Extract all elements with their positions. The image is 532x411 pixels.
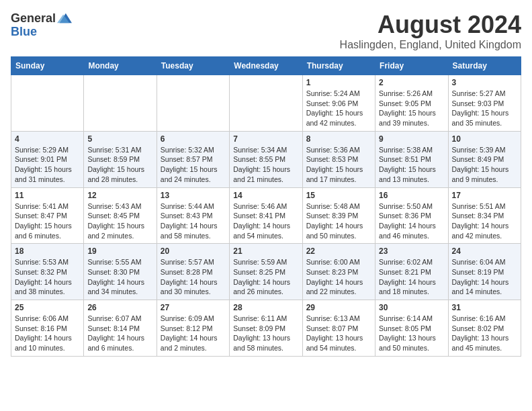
calendar-cell: 27Sunrise: 6:09 AMSunset: 8:12 PMDayligh… xyxy=(157,300,229,357)
day-number: 16 xyxy=(379,191,444,200)
weekday-header-wednesday: Wednesday xyxy=(230,57,302,75)
title-section: August 2024 Haslingden, England, United … xyxy=(340,11,521,51)
day-info: Sunrise: 6:13 AMSunset: 8:07 PMDaylight:… xyxy=(306,314,371,353)
calendar-cell: 9Sunrise: 5:38 AMSunset: 8:51 PMDaylight… xyxy=(375,131,448,187)
weekday-header-thursday: Thursday xyxy=(302,57,375,75)
week-row-2: 4Sunrise: 5:29 AMSunset: 9:01 PMDaylight… xyxy=(11,131,521,187)
calendar-cell: 15Sunrise: 5:48 AMSunset: 8:39 PMDayligh… xyxy=(302,187,375,244)
day-number: 29 xyxy=(306,303,371,312)
calendar-cell: 10Sunrise: 5:39 AMSunset: 8:49 PMDayligh… xyxy=(448,131,521,187)
calendar-cell: 24Sunrise: 6:04 AMSunset: 8:19 PMDayligh… xyxy=(448,244,521,300)
day-info: Sunrise: 6:09 AMSunset: 8:12 PMDaylight:… xyxy=(161,314,226,353)
calendar-cell: 3Sunrise: 5:27 AMSunset: 9:03 PMDaylight… xyxy=(448,75,521,132)
day-number: 28 xyxy=(233,303,298,312)
day-info: Sunrise: 5:31 AMSunset: 8:59 PMDaylight:… xyxy=(87,145,152,185)
day-info: Sunrise: 5:44 AMSunset: 8:43 PMDaylight:… xyxy=(161,201,226,241)
calendar-cell: 6Sunrise: 5:32 AMSunset: 8:57 PMDaylight… xyxy=(157,131,229,187)
day-number: 7 xyxy=(233,134,298,144)
weekday-header-tuesday: Tuesday xyxy=(157,57,229,75)
calendar-cell: 20Sunrise: 5:57 AMSunset: 8:28 PMDayligh… xyxy=(157,244,229,300)
week-row-5: 25Sunrise: 6:06 AMSunset: 8:16 PMDayligh… xyxy=(11,300,521,357)
day-number: 1 xyxy=(306,78,371,87)
logo-general: General xyxy=(11,12,56,24)
day-info: Sunrise: 6:04 AMSunset: 8:19 PMDaylight:… xyxy=(452,257,517,297)
day-info: Sunrise: 5:55 AMSunset: 8:30 PMDaylight:… xyxy=(87,257,152,297)
weekday-header-sunday: Sunday xyxy=(11,57,84,75)
calendar-cell xyxy=(230,75,302,132)
calendar-cell: 8Sunrise: 5:36 AMSunset: 8:53 PMDaylight… xyxy=(302,131,375,187)
calendar-cell: 21Sunrise: 5:59 AMSunset: 8:25 PMDayligh… xyxy=(230,244,302,300)
month-year: August 2024 xyxy=(340,11,521,39)
day-number: 25 xyxy=(15,303,80,312)
day-number: 31 xyxy=(452,303,517,312)
logo: General Blue xyxy=(11,11,72,38)
day-info: Sunrise: 5:29 AMSunset: 9:01 PMDaylight:… xyxy=(15,145,80,185)
day-info: Sunrise: 6:06 AMSunset: 8:16 PMDaylight:… xyxy=(15,314,80,353)
day-number: 13 xyxy=(161,191,226,200)
calendar-cell: 28Sunrise: 6:11 AMSunset: 8:09 PMDayligh… xyxy=(230,300,302,357)
location: Haslingden, England, United Kingdom xyxy=(340,39,521,51)
day-number: 18 xyxy=(15,246,80,256)
calendar-cell: 18Sunrise: 5:53 AMSunset: 8:32 PMDayligh… xyxy=(11,244,84,300)
day-info: Sunrise: 5:26 AMSunset: 9:05 PMDaylight:… xyxy=(379,89,444,128)
calendar-cell xyxy=(84,75,157,132)
calendar-cell: 19Sunrise: 5:55 AMSunset: 8:30 PMDayligh… xyxy=(84,244,157,300)
weekday-row: SundayMondayTuesdayWednesdayThursdayFrid… xyxy=(11,57,521,75)
calendar-cell: 29Sunrise: 6:13 AMSunset: 8:07 PMDayligh… xyxy=(302,300,375,357)
day-number: 4 xyxy=(15,134,80,144)
day-number: 27 xyxy=(161,303,226,312)
calendar-cell: 7Sunrise: 5:34 AMSunset: 8:55 PMDaylight… xyxy=(230,131,302,187)
day-info: Sunrise: 5:39 AMSunset: 8:49 PMDaylight:… xyxy=(452,145,517,185)
day-number: 24 xyxy=(452,246,517,256)
day-info: Sunrise: 5:24 AMSunset: 9:06 PMDaylight:… xyxy=(306,89,371,128)
day-number: 19 xyxy=(87,246,152,256)
day-info: Sunrise: 5:34 AMSunset: 8:55 PMDaylight:… xyxy=(233,145,298,185)
calendar-cell: 26Sunrise: 6:07 AMSunset: 8:14 PMDayligh… xyxy=(84,300,157,357)
day-number: 23 xyxy=(379,246,444,256)
day-number: 26 xyxy=(87,303,152,312)
day-info: Sunrise: 5:36 AMSunset: 8:53 PMDaylight:… xyxy=(306,145,371,185)
day-info: Sunrise: 5:32 AMSunset: 8:57 PMDaylight:… xyxy=(161,145,226,185)
day-number: 21 xyxy=(233,246,298,256)
day-number: 17 xyxy=(452,191,517,200)
calendar-cell: 4Sunrise: 5:29 AMSunset: 9:01 PMDaylight… xyxy=(11,131,84,187)
weekday-header-monday: Monday xyxy=(84,57,157,75)
calendar-cell: 17Sunrise: 5:51 AMSunset: 8:34 PMDayligh… xyxy=(448,187,521,244)
day-info: Sunrise: 5:50 AMSunset: 8:36 PMDaylight:… xyxy=(379,201,444,241)
header: General Blue August 2024 Haslingden, Eng… xyxy=(11,11,521,51)
day-info: Sunrise: 5:48 AMSunset: 8:39 PMDaylight:… xyxy=(306,201,371,241)
weekday-header-saturday: Saturday xyxy=(448,57,521,75)
calendar-cell: 14Sunrise: 5:46 AMSunset: 8:41 PMDayligh… xyxy=(230,187,302,244)
day-info: Sunrise: 6:02 AMSunset: 8:21 PMDaylight:… xyxy=(379,257,444,297)
calendar-body: 1Sunrise: 5:24 AMSunset: 9:06 PMDaylight… xyxy=(11,75,521,357)
calendar-cell: 22Sunrise: 6:00 AMSunset: 8:23 PMDayligh… xyxy=(302,244,375,300)
day-info: Sunrise: 6:14 AMSunset: 8:05 PMDaylight:… xyxy=(379,314,444,353)
day-number: 10 xyxy=(452,134,517,144)
day-info: Sunrise: 5:57 AMSunset: 8:28 PMDaylight:… xyxy=(161,257,226,297)
day-number: 2 xyxy=(379,78,444,87)
calendar-cell: 2Sunrise: 5:26 AMSunset: 9:05 PMDaylight… xyxy=(375,75,448,132)
calendar-cell: 16Sunrise: 5:50 AMSunset: 8:36 PMDayligh… xyxy=(375,187,448,244)
calendar-cell: 11Sunrise: 5:41 AMSunset: 8:47 PMDayligh… xyxy=(11,187,84,244)
logo-icon xyxy=(57,11,72,26)
calendar-header: SundayMondayTuesdayWednesdayThursdayFrid… xyxy=(11,57,521,75)
calendar-cell: 13Sunrise: 5:44 AMSunset: 8:43 PMDayligh… xyxy=(157,187,229,244)
day-number: 9 xyxy=(379,134,444,144)
calendar-cell xyxy=(11,75,84,132)
day-number: 11 xyxy=(15,191,80,200)
calendar-cell: 12Sunrise: 5:43 AMSunset: 8:45 PMDayligh… xyxy=(84,187,157,244)
week-row-4: 18Sunrise: 5:53 AMSunset: 8:32 PMDayligh… xyxy=(11,244,521,300)
day-info: Sunrise: 6:07 AMSunset: 8:14 PMDaylight:… xyxy=(87,314,152,353)
calendar-cell: 1Sunrise: 5:24 AMSunset: 9:06 PMDaylight… xyxy=(302,75,375,132)
day-info: Sunrise: 6:16 AMSunset: 8:02 PMDaylight:… xyxy=(452,314,517,353)
day-number: 22 xyxy=(306,246,371,256)
day-number: 15 xyxy=(306,191,371,200)
day-number: 8 xyxy=(306,134,371,144)
calendar-cell: 31Sunrise: 6:16 AMSunset: 8:02 PMDayligh… xyxy=(448,300,521,357)
day-info: Sunrise: 6:00 AMSunset: 8:23 PMDaylight:… xyxy=(306,257,371,297)
day-number: 14 xyxy=(233,191,298,200)
calendar-table: SundayMondayTuesdayWednesdayThursdayFrid… xyxy=(11,56,521,357)
day-number: 12 xyxy=(87,191,152,200)
calendar-cell: 23Sunrise: 6:02 AMSunset: 8:21 PMDayligh… xyxy=(375,244,448,300)
week-row-3: 11Sunrise: 5:41 AMSunset: 8:47 PMDayligh… xyxy=(11,187,521,244)
